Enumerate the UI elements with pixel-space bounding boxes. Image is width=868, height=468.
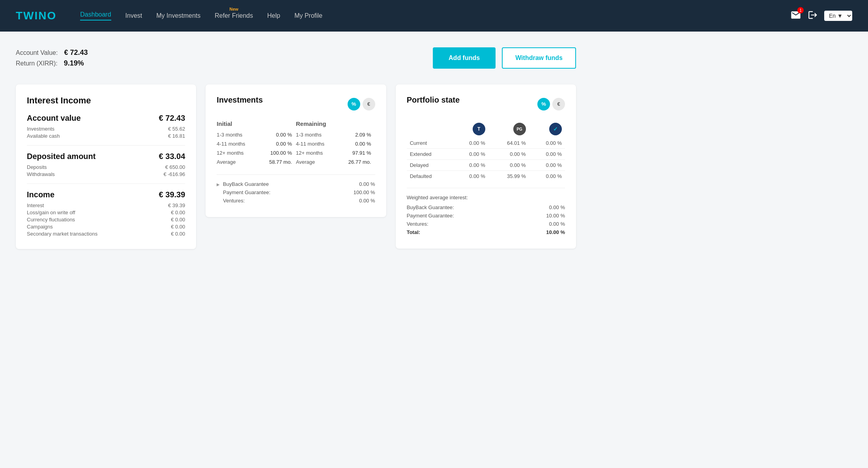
period-avg-rem-val: 26.77 mo. [348,159,371,165]
inv-row-1-3-initial: 1-3 months 0.00 % [217,132,296,138]
period-4-11-label: 4-11 months [217,141,245,147]
account-value-big-row: Account value € 72.43 [27,114,185,123]
language-selector[interactable]: En ▼ [824,11,852,21]
available-cash-label: Available cash [27,133,60,139]
loss-gain-value: € 0.00 [171,210,185,215]
status-extended: Extended [407,149,453,160]
buyback-row: ▶ BuyBack Guarantee 0.00 % [217,181,375,187]
inv-row-avg-initial: Average 58.77 mo. [217,159,296,165]
investments-grid: Initial 1-3 months 0.00 % 4-11 months 0.… [217,120,375,168]
payment-guarantee-value: 100.00 % [354,189,375,195]
xirr-row: Return (XIRR): 9.19% [16,59,88,67]
nav-my-investments[interactable]: My Investments [156,12,200,19]
investments-sub-row: Investments € 55.62 [27,126,185,132]
weighted-ventures-value: 0.00 % [549,221,565,227]
income-value: € 39.39 [159,190,185,199]
period-12plus-label: 12+ months [217,150,243,156]
initial-col: Initial 1-3 months 0.00 % 4-11 months 0.… [217,120,296,168]
inv-row-avg-remaining: Average 26.77 mo. [296,159,375,165]
weighted-payment-row: Payment Guarantee: 10.00 % [407,213,565,219]
status-current: Current [407,138,453,149]
interest-income-card: Interest Income Account value € 72.43 In… [16,84,196,249]
payment-guarantee-row: Payment Guarantee: 100.00 % [217,189,375,195]
portfolio-col-v: ✓ [529,120,565,138]
mail-icon[interactable]: 1 [790,9,801,22]
portfolio-row-delayed: Delayed 0.00 % 0.00 % 0.00 % [407,160,565,171]
ventures-row: Ventures: 0.00 % [217,198,375,204]
portfolio-card-header: Portfolio state % € [407,95,565,112]
buyback-value: 0.00 % [359,181,375,187]
header: TWINO Dashboard Invest My Investments Ne… [0,0,868,32]
account-value-big-value: € 72.43 [159,114,185,123]
ventures-value: 0.00 % [359,198,375,204]
withdrawals-value: € -616.96 [163,171,185,177]
portfolio-table: T PG ✓ Current 0.00 % 64.01 % [407,120,565,182]
portfolio-title: Portfolio state [407,95,460,105]
weighted-payment-label: Payment Guarantee: [407,213,454,219]
portfolio-toggle-eur[interactable]: € [552,98,565,110]
nav-invest[interactable]: Invest [125,12,142,19]
weighted-avg-title: Weighted average interest: [407,195,565,200]
portfolio-row-current: Current 0.00 % 64.01 % 0.00 % [407,138,565,149]
v-delayed: 0.00 % [529,160,565,171]
period-12plus-initial-val: 100.00 % [270,150,292,156]
portfolio-row-extended: Extended 0.00 % 0.00 % 0.00 % [407,149,565,160]
available-cash-sub-row: Available cash € 16.81 [27,133,185,139]
account-value: € 72.43 [64,49,88,57]
nav-refer-friends[interactable]: New Refer Friends [215,12,253,19]
t-extended: 0.00 % [452,149,488,160]
t-defaulted: 0.00 % [452,171,488,182]
secondary-sub-row: Secondary market transactions € 0.00 [27,231,185,237]
interest-sub-row: Interest € 39.39 [27,202,185,208]
xirr-value: 9.19% [64,59,84,67]
pg-current: 64.01 % [488,138,529,149]
weighted-total-value: 10.00 % [546,229,565,235]
toggle-eur-button[interactable]: € [363,98,375,110]
v-current: 0.00 % [529,138,565,149]
investments-title: Investments [217,95,263,105]
remaining-header: Remaining [296,120,375,127]
toggle-buttons: % € [348,98,375,110]
interest-label: Interest [27,202,44,208]
weighted-payment-value: 10.00 % [546,213,565,219]
inv-row-4-11-remaining: 4-11 months 0.00 % [296,141,375,147]
currency-value: € 0.00 [171,217,185,223]
nav-help[interactable]: Help [267,12,280,19]
v-defaulted: 0.00 % [529,171,565,182]
add-funds-button[interactable]: Add funds [433,47,496,69]
account-value-row: Account Value: € 72.43 [16,49,88,57]
weighted-buyback-row: BuyBack Guarantee: 0.00 % [407,204,565,210]
loss-gain-label: Loss/gain on write off [27,210,75,215]
weighted-buyback-value: 0.00 % [549,204,565,210]
account-value-big-label: Account value [27,114,81,123]
campaigns-sub-row: Campaigns € 0.00 [27,224,185,230]
portfolio-toggle-buttons: % € [537,98,565,110]
pg-defaulted: 35.99 % [488,171,529,182]
payment-guarantee-label: Payment Guarantee: [217,189,270,195]
deposited-amount-value: € 33.04 [159,152,185,161]
nav-my-profile[interactable]: My Profile [294,12,322,19]
period-avg-label: Average [217,159,236,165]
withdraw-funds-button[interactable]: Withdraw funds [502,47,576,69]
secondary-value: € 0.00 [171,231,185,237]
period-avg-initial-val: 58.77 mo. [269,159,292,165]
period-1-3-rem-val: 2.09 % [355,132,371,138]
buyback-label: BuyBack Guarantee [223,181,269,187]
mail-badge-count: 1 [797,7,804,13]
pg-extended: 0.00 % [488,149,529,160]
weighted-total-label: Total: [407,229,420,235]
logout-icon[interactable] [808,10,818,22]
nav-dashboard[interactable]: Dashboard [80,11,111,21]
buyback-arrow-icon: ▶ [217,182,220,187]
currency-label: Currency fluctuations [27,217,75,223]
period-12plus-rem-label: 12+ months [296,150,323,156]
initial-header: Initial [217,120,296,127]
pg-delayed: 0.00 % [488,160,529,171]
portfolio-toggle-pct[interactable]: % [537,98,550,110]
deposits-sub-row: Deposits € 650.00 [27,164,185,170]
t-current: 0.00 % [452,138,488,149]
inv-row-12plus-initial: 12+ months 100.00 % [217,150,296,156]
investments-value: € 55.62 [168,126,185,132]
secondary-label: Secondary market transactions [27,231,97,237]
toggle-pct-button[interactable]: % [348,98,360,110]
